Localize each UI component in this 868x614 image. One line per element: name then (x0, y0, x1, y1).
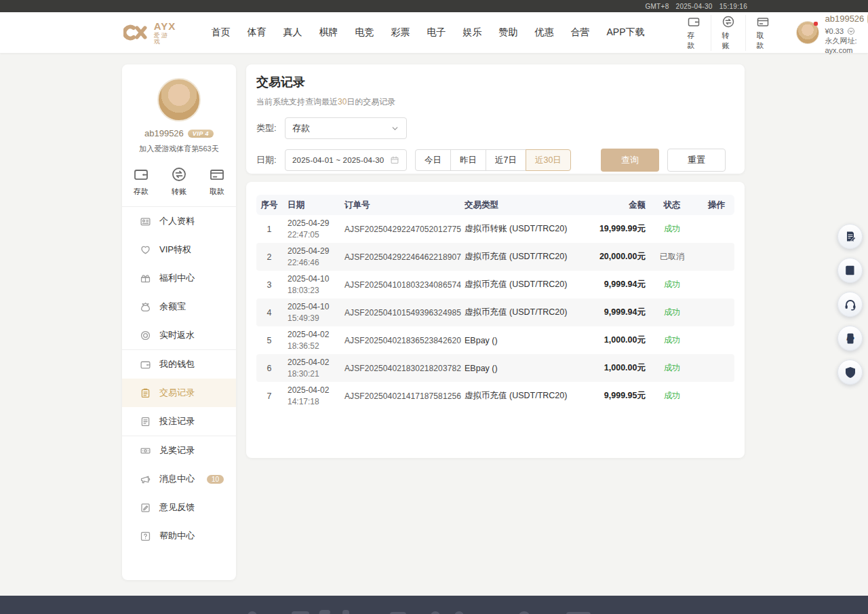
cell-order-number: AJSF202504292246462218907 (340, 252, 462, 262)
main-nav: 首页体育真人棋牌电竞彩票电子娱乐赞助优惠合营APP下载 (211, 26, 644, 39)
sidebar-item-label: 意见反馈 (159, 501, 195, 514)
nav-item[interactable]: 彩票 (391, 26, 410, 39)
avatar[interactable] (157, 78, 201, 121)
table-header: 序号日期订单号交易类型金额状态操作 (256, 195, 734, 215)
cell-amount: 20,000.00元 (578, 251, 646, 263)
header-action-存款[interactable]: 存款 (677, 15, 711, 51)
sidebar-item-意见反馈[interactable]: 意见反馈 (122, 493, 236, 522)
quick-range-group: 今日昨日近7日近30日 (415, 149, 571, 171)
logo-ayx-label: AYX (154, 21, 176, 31)
cell-date: 2025-04-2922:47:05 (282, 218, 340, 239)
header-user-area[interactable]: ab199526 VIP 4 ¥0.33 永久网址: ayx.com (796, 12, 868, 54)
nav-item[interactable]: 电竞 (355, 26, 374, 39)
nav-item[interactable]: 合营 (570, 26, 589, 39)
wallet-icon (140, 359, 151, 370)
cell-transaction-type: 虚拟币转账 (USDT/TRC20) (462, 223, 578, 235)
faq-icon: ? (844, 264, 857, 277)
nav-item[interactable]: 优惠 (534, 26, 553, 39)
range-button-今日[interactable]: 今日 (415, 149, 451, 171)
sidebar-item-个人资料[interactable]: 个人资料 (122, 207, 236, 235)
cell-no: 7 (256, 391, 282, 401)
cell-no: 1 (256, 225, 282, 234)
nav-item[interactable]: 真人 (283, 26, 302, 39)
sidebar-item-投注记录[interactable]: 投注记录 (122, 407, 236, 436)
date-range-value: 2025-04-01 ~ 2025-04-30 (292, 156, 390, 164)
action-label: 取款 (210, 187, 224, 197)
profile-sidebar: ab199526 VIP 4 加入爱游戏体育第563天 存款转账取款 个人资料V… (122, 64, 236, 580)
cell-order-number: AJSF202504021417187581256 (340, 391, 462, 401)
sidebar-item-兑奖记录[interactable]: 兑奖记录 (122, 436, 236, 465)
ok-shield-icon: OK (844, 366, 857, 379)
sidebar-item-交易记录[interactable]: 交易记录 (122, 379, 236, 407)
sidebar-item-余额宝[interactable]: 余额宝 (122, 292, 236, 321)
type-select-value: 存款 (292, 122, 391, 134)
nav-item[interactable]: 电子 (427, 26, 446, 39)
sidebar-item-帮助中心[interactable]: 帮助中心 (122, 522, 236, 550)
rebate-icon (140, 330, 151, 341)
range-button-近30日[interactable]: 近30日 (526, 149, 571, 171)
nav-item[interactable]: 棋牌 (319, 26, 338, 39)
reset-button[interactable]: 重置 (667, 149, 726, 172)
nav-item[interactable]: 娱乐 (462, 26, 481, 39)
site-logo[interactable]: AYX 爱游戏 (123, 21, 176, 45)
column-header: 订单号 (340, 199, 462, 211)
sidebar-item-label: 余额宝 (159, 301, 186, 313)
bank-card-icon (209, 166, 225, 183)
username: ab199526 (825, 14, 864, 24)
avatar[interactable] (796, 21, 819, 44)
float-survey-icon[interactable] (837, 224, 863, 249)
footer-partner-logo (431, 611, 440, 614)
notification-dot (814, 22, 818, 26)
nav-item[interactable]: 首页 (211, 26, 230, 39)
footer-partner-logo (292, 611, 309, 614)
permanent-url-label: 永久网址: ayx.com (825, 36, 868, 54)
date-range-input[interactable]: 2025-04-01 ~ 2025-04-30 (285, 149, 407, 171)
refresh-balance-icon[interactable] (847, 27, 855, 35)
nav-item[interactable]: APP下载 (606, 26, 644, 39)
sidebar-item-我的钱包[interactable]: 我的钱包 (122, 350, 236, 379)
nav-item[interactable]: 体育 (247, 26, 266, 39)
action-label: 转账 (722, 31, 735, 51)
current-date: 2025-04-30 (676, 3, 713, 10)
footer-partner-logo (317, 610, 330, 614)
sidebar-action-转账[interactable]: 转账 (171, 166, 187, 197)
subtitle-post: 日的交易记录 (347, 97, 395, 107)
float-customer-service-icon[interactable] (837, 292, 863, 317)
sidebar-item-消息中心[interactable]: 消息中心10 (122, 465, 236, 493)
cell-amount: 1,000.00元 (578, 362, 646, 374)
cell-date: 2025-04-1018:03:23 (282, 273, 340, 295)
header-action-转账[interactable]: 转账 (711, 15, 745, 51)
svg-text:APP: APP (847, 337, 854, 340)
main-header: AYX 爱游戏 首页体育真人棋牌电竞彩票电子娱乐赞助优惠合营APP下载 存款转账… (0, 12, 868, 53)
sidebar-item-label: 实时返水 (159, 329, 195, 341)
nav-item[interactable]: 赞助 (498, 26, 517, 39)
sidebar-action-存款[interactable]: 存款 (133, 166, 149, 197)
cell-date: 2025-04-0218:36:52 (282, 329, 340, 351)
sidebar-item-label: 交易记录 (159, 387, 195, 399)
sidebar-item-福利中心[interactable]: 福利中心 (122, 264, 236, 292)
bank-card-icon (756, 15, 770, 28)
float-ok-shield-icon[interactable]: OK (837, 360, 863, 385)
float-app-download-icon[interactable]: APP (837, 326, 863, 351)
range-button-昨日[interactable]: 昨日 (450, 149, 486, 171)
float-faq-icon[interactable]: ? (837, 258, 863, 283)
query-button[interactable]: 查询 (601, 149, 659, 172)
cell-no: 4 (256, 308, 282, 318)
wallet-icon (133, 166, 149, 183)
username: ab199526 (144, 128, 184, 138)
type-select[interactable]: 存款 (285, 117, 407, 139)
sidebar-item-label: 消息中心 (159, 473, 195, 485)
sidebar-item-label: VIP特权 (159, 244, 191, 256)
sidebar-item-VIP特权[interactable]: VIP特权 (122, 235, 236, 264)
footer-partner-logo (248, 611, 257, 614)
cell-status: 成功 (646, 334, 698, 346)
cell-no: 2 (256, 252, 282, 262)
sidebar-item-实时返水[interactable]: 实时返水 (122, 321, 236, 349)
footer-partner-logo (342, 610, 349, 614)
sidebar-item-label: 我的钱包 (159, 358, 195, 370)
id-card-icon (140, 216, 151, 227)
range-button-近7日[interactable]: 近7日 (486, 149, 526, 171)
sidebar-action-取款[interactable]: 取款 (209, 166, 225, 197)
header-action-取款[interactable]: 取款 (745, 15, 780, 51)
action-label: 存款 (134, 187, 149, 197)
